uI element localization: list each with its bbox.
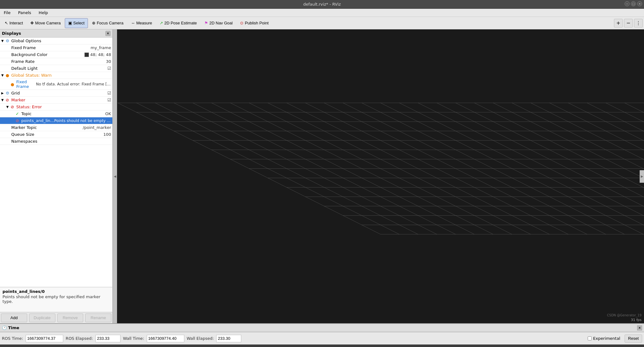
background-color-row[interactable]: Background Color 48; 48; 48 [0, 51, 112, 58]
fixed-frame-row[interactable]: Fixed Frame my_frame [0, 44, 112, 51]
nav-goal-label: 2D Nav Goal [209, 21, 233, 25]
wall-time-input[interactable] [147, 335, 184, 342]
close-button[interactable]: × [637, 1, 642, 6]
viewport-right-handle[interactable]: ▶ [640, 170, 644, 183]
pose-estimate-label: 2D Pose Estimate [164, 21, 197, 25]
ros-time-label: ROS Time: [2, 336, 23, 341]
marker-topic-row[interactable]: Marker Topic /point_marker [0, 124, 112, 131]
time-panel-close[interactable]: × [637, 325, 642, 330]
reset-button[interactable]: Reset [625, 334, 642, 343]
background-color-value[interactable]: 48; 48; 48 [84, 52, 111, 57]
viewport-canvas [117, 29, 644, 323]
measure-icon: ↔ [131, 21, 135, 25]
clock-icon: 🕐 [2, 325, 7, 330]
menu-help[interactable]: Help [36, 10, 51, 16]
watermark: CSDN @Generator_19 [607, 314, 641, 317]
nav-goal-button[interactable]: ⚑ 2D Nav Goal [201, 18, 236, 28]
zoom-out-button[interactable]: − [624, 19, 633, 28]
window-title: default.rviz* - RViz [303, 2, 341, 7]
rename-button[interactable]: Rename [85, 314, 111, 322]
global-status-row[interactable]: ▼ ● Global Status: Warn [0, 72, 112, 79]
measure-label: Measure [136, 21, 152, 25]
displays-tree[interactable]: ▼ ⚙ Global Options Fixed Frame my_frame … [0, 38, 112, 287]
window-controls[interactable]: − □ × [625, 1, 642, 6]
displays-close-button[interactable]: × [105, 31, 110, 36]
default-light-value[interactable]: ☑ [107, 66, 111, 71]
zoom-in-button[interactable]: + [614, 19, 623, 28]
select-label: Select [73, 21, 84, 25]
ros-elapsed-input[interactable] [95, 335, 120, 342]
points-error-row[interactable]: ⊘ points_and_lin... Points should not be… [0, 117, 112, 124]
time-panel-title: Time [8, 325, 19, 330]
grid-value[interactable]: ☑ [107, 91, 111, 95]
frame-rate-label: Frame Rate [11, 59, 106, 64]
marker-topic-label: Marker Topic [11, 125, 83, 130]
topic-value: OK [105, 111, 111, 116]
time-bar: ROS Time: ROS Elapsed: Wall Time: Wall E… [0, 332, 644, 344]
global-options-label: Global Options [11, 38, 111, 43]
frame-rate-row[interactable]: Frame Rate 30 [0, 58, 112, 65]
toolbar: ↖ Interact ✥ Move Camera ▣ Select ⊕ Focu… [0, 17, 644, 29]
namespaces-label: Namespaces [11, 139, 111, 144]
marker-expand[interactable]: ▼ [1, 98, 6, 102]
duplicate-button[interactable]: Duplicate [29, 314, 55, 322]
status-item-description: Points should not be empty for specified… [3, 294, 110, 304]
topic-ok-row[interactable]: ✓ Topic OK [0, 110, 112, 117]
toolbar-right-controls: + − ⋮ [614, 19, 643, 28]
grid-expand[interactable]: ▶ [1, 91, 6, 95]
queue-size-row[interactable]: Queue Size 100 [0, 131, 112, 138]
action-buttons-row: Add Duplicate Remove Rename [0, 312, 112, 323]
marker-icon: ⊘ [6, 98, 11, 102]
wall-elapsed-input[interactable] [216, 335, 241, 342]
interact-button[interactable]: ↖ Interact [1, 18, 26, 28]
status-error-row[interactable]: ▼ ⊘ Status: Error [0, 104, 112, 110]
minimize-button[interactable]: − [625, 1, 630, 6]
fixed-frame-value[interactable]: my_frame [91, 45, 111, 50]
point-icon: ⊙ [240, 21, 243, 25]
marker-value[interactable]: ☑ [107, 98, 111, 102]
menu-file[interactable]: File [1, 10, 13, 16]
move-camera-button[interactable]: ✥ Move Camera [27, 18, 64, 28]
menu-panels[interactable]: Panels [16, 10, 34, 16]
marker-row[interactable]: ▼ ⊘ Marker ☑ [0, 97, 112, 104]
grid-row[interactable]: ▶ ⚙ Grid ☑ [0, 90, 112, 97]
publish-point-button[interactable]: ⊙ Publish Point [237, 18, 272, 28]
ros-time-input[interactable] [26, 335, 63, 342]
restore-button[interactable]: □ [631, 1, 636, 6]
panel-collapse-handle[interactable]: ◀ [113, 29, 117, 323]
experimental-label: Experimental [593, 336, 620, 341]
measure-button[interactable]: ↔ Measure [127, 18, 156, 28]
wall-time-label: Wall Time: [123, 336, 144, 341]
marker-topic-value[interactable]: /point_marker [83, 125, 111, 130]
marker-label: Marker [11, 98, 107, 102]
focus-camera-button[interactable]: ⊕ Focus Camera [89, 18, 127, 28]
3d-viewport[interactable]: ▶ CSDN @Generator_19 31 fps [117, 29, 644, 323]
remove-button[interactable]: Remove [57, 314, 84, 322]
frame-rate-value[interactable]: 30 [106, 59, 111, 64]
points-error-value: Points should not be empty for specified… [54, 119, 111, 123]
experimental-control: Experimental [588, 336, 620, 341]
global-options-row[interactable]: ▼ ⚙ Global Options [0, 38, 112, 44]
fixed-frame-status-row[interactable]: ● Fixed Frame No tf data. Actual error: … [0, 79, 112, 90]
namespaces-row[interactable]: Namespaces [0, 138, 112, 145]
select-icon: ▣ [68, 21, 72, 25]
global-options-expand[interactable]: ▼ [1, 39, 6, 43]
select-button[interactable]: ▣ Select [65, 18, 88, 28]
default-light-row[interactable]: Default Light ☑ [0, 65, 112, 72]
queue-size-value[interactable]: 100 [103, 132, 111, 137]
displays-title: Displays [2, 31, 21, 36]
topic-ok-icon: ✓ [16, 111, 21, 116]
global-status-expand[interactable]: ▼ [1, 74, 6, 77]
global-options-icon: ⚙ [6, 38, 11, 43]
move-icon: ✥ [30, 21, 34, 25]
add-button[interactable]: Add [1, 314, 27, 322]
background-color-label: Background Color [11, 52, 84, 57]
pose-estimate-button[interactable]: ↗ 2D Pose Estimate [156, 18, 200, 28]
experimental-checkbox[interactable] [588, 336, 592, 340]
status-error-expand[interactable]: ▼ [6, 105, 11, 109]
wall-elapsed-label: Wall Elapsed: [187, 336, 214, 341]
settings-button[interactable]: ⋮ [634, 19, 643, 28]
queue-size-label: Queue Size [11, 132, 103, 137]
points-error-label: points_and_lin... [21, 118, 54, 123]
move-camera-label: Move Camera [35, 21, 61, 25]
